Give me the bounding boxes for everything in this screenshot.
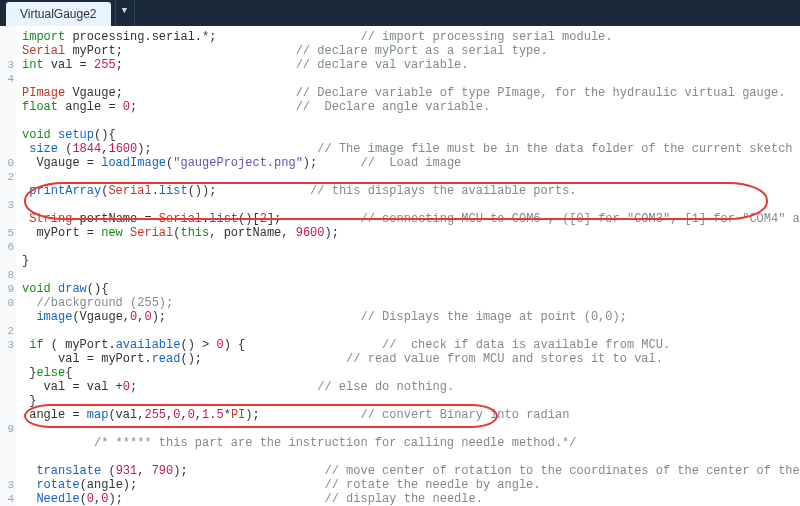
type-pimage: PImage [22, 86, 65, 100]
num: 0 [216, 338, 223, 352]
txt: ); [173, 464, 187, 478]
num: 1600 [108, 142, 137, 156]
comment: // The image file must be in the data fo… [317, 142, 792, 156]
txt: ); [245, 408, 259, 422]
kw-void: void [22, 282, 51, 296]
num: 1.5 [202, 408, 224, 422]
txt: angle = [22, 408, 87, 422]
txt: ()); [188, 184, 217, 198]
txt: ); [108, 492, 122, 506]
txt: (){ [94, 128, 116, 142]
num: 1844 [72, 142, 101, 156]
txt: ; [130, 100, 137, 114]
txt: ( [80, 492, 87, 506]
fn-map: map [87, 408, 109, 422]
fn-printarray: printArray [29, 184, 101, 198]
txt: myPort; [65, 44, 123, 58]
txt: , portName, [209, 226, 295, 240]
kw-if: if [29, 338, 43, 352]
txt: , [137, 464, 151, 478]
fn-needle: Needle [36, 492, 79, 506]
comment: // Declare angle variable. [296, 100, 490, 114]
code-area[interactable]: import processing.serial.*; // import pr… [16, 26, 800, 506]
txt: myPort = [22, 226, 101, 240]
editor-window: VirtualGauge2 ▼ 3 4 0 2 3 5 6 8 9 0 2 3 … [0, 0, 800, 506]
fn-draw: draw [58, 282, 87, 296]
fn-size: size [29, 142, 58, 156]
txt: portName = [72, 212, 158, 226]
txt: ; [116, 58, 123, 72]
comment: // import processing serial module. [360, 30, 612, 44]
fn-list: list [159, 184, 188, 198]
num: 255 [94, 58, 116, 72]
txt: , [195, 408, 202, 422]
num: 255 [144, 408, 166, 422]
txt [51, 128, 58, 142]
kw-void: void [22, 128, 51, 142]
fn-loadimage: loadImage [101, 156, 166, 170]
comment: // this displays the available ports. [310, 184, 576, 198]
num: 0 [87, 492, 94, 506]
txt: , [180, 408, 187, 422]
txt: ); [152, 310, 166, 324]
txt: } [29, 394, 36, 408]
kw-else: else [36, 366, 65, 380]
txt: { [65, 366, 72, 380]
num: 0 [144, 310, 151, 324]
txt: ); [303, 156, 317, 170]
comment: // else do nothing. [317, 380, 454, 394]
const-pi: PI [231, 408, 245, 422]
type-serial: Serial [130, 226, 173, 240]
fn-available: available [116, 338, 181, 352]
fn-translate: translate [36, 464, 101, 478]
txt: ( [101, 464, 115, 478]
txt: (val, [108, 408, 144, 422]
type-serial: Serial [108, 184, 151, 198]
txt: () > [180, 338, 216, 352]
num: 0 [188, 408, 195, 422]
num: 931 [116, 464, 138, 478]
num: 2 [260, 212, 267, 226]
txt [51, 282, 58, 296]
editor-area: 3 4 0 2 3 5 6 8 9 0 2 3 9 3 4 5 6 17 imp… [0, 26, 800, 506]
txt: ) { [224, 338, 246, 352]
txt [123, 226, 130, 240]
comment: // Declare variable of type PImage, for … [296, 86, 786, 100]
txt: ( [58, 142, 72, 156]
txt: Vgauge = [22, 156, 101, 170]
txt: ( myPort. [44, 338, 116, 352]
txt: ()[ [238, 212, 260, 226]
comment: // read value from MCU and stores it to … [346, 352, 663, 366]
tab-virtualgauge2[interactable]: VirtualGauge2 [6, 2, 111, 26]
comment: // check if data is available from MCU. [382, 338, 670, 352]
txt: ; [130, 380, 137, 394]
num: 0 [123, 380, 130, 394]
comment: // declare myPort as a serial type. [296, 44, 548, 58]
txt: processing.serial. [65, 30, 202, 44]
txt: . [152, 184, 159, 198]
txt: ); [137, 142, 151, 156]
kw-import: import [22, 30, 65, 44]
txt: (); [180, 352, 202, 366]
txt: val = val + [22, 380, 123, 394]
fn-setup: setup [58, 128, 94, 142]
txt: } [22, 254, 29, 268]
txt: * [224, 408, 231, 422]
comment: //background (255); [36, 296, 173, 310]
fn-read: read [152, 352, 181, 366]
kw-float: float [22, 100, 58, 114]
line-number-gutter: 3 4 0 2 3 5 6 8 9 0 2 3 9 3 4 5 6 17 [0, 26, 16, 506]
type-string: String [29, 212, 72, 226]
txt: Vgauge; [65, 86, 123, 100]
tab-dropdown[interactable]: ▼ [115, 0, 135, 26]
string: "gaugeProject.png" [173, 156, 303, 170]
fn-rotate: rotate [36, 478, 79, 492]
txt: ); [325, 226, 339, 240]
num: 0 [123, 100, 130, 114]
txt: angle = [58, 100, 123, 114]
kw-this: this [180, 226, 209, 240]
comment: // Displays the image at point (0,0); [360, 310, 626, 324]
kw-int: int [22, 58, 44, 72]
txt: ; [209, 30, 216, 44]
comment: // move center of rotation to the coordi… [324, 464, 800, 478]
